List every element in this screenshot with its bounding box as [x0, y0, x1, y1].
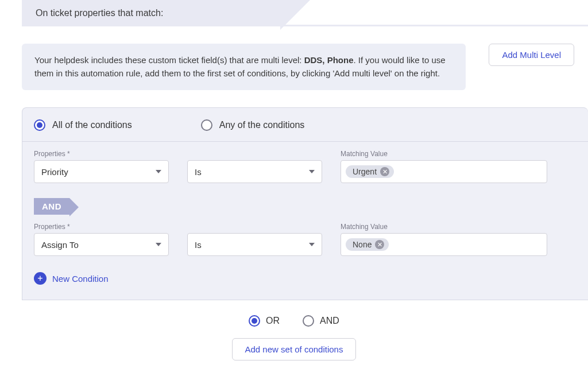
radio-icon	[249, 315, 260, 327]
property-select[interactable]: Assign To	[34, 233, 169, 256]
properties-label: Properties *	[34, 150, 169, 158]
radio-icon	[201, 119, 212, 131]
chevron-down-icon	[309, 243, 315, 246]
add-multi-level-button[interactable]: Add Multi Level	[489, 44, 574, 66]
operator-select[interactable]: Is	[187, 160, 322, 183]
matching-value-label: Matching Value	[341, 223, 547, 231]
value-chip: None ✕	[346, 238, 389, 251]
property-select[interactable]: Priority	[34, 160, 169, 183]
condition-row: Properties * Assign To Is Matching Value…	[34, 215, 577, 256]
multi-level-info: Your helpdesk includes these custom tick…	[22, 44, 466, 90]
remove-chip-icon[interactable]: ✕	[375, 240, 384, 249]
set-logic-or[interactable]: OR	[249, 315, 280, 327]
set-logic-radios: OR AND	[0, 315, 588, 327]
remove-chip-icon[interactable]: ✕	[380, 167, 389, 176]
value-chip: Urgent ✕	[346, 165, 394, 178]
matching-value-input[interactable]: None ✕	[341, 233, 547, 256]
match-any-option[interactable]: Any of the conditions	[201, 119, 305, 131]
plus-icon: +	[34, 272, 47, 285]
set-logic-and[interactable]: AND	[303, 315, 339, 327]
properties-label: Properties *	[34, 223, 169, 231]
operator-select[interactable]: Is	[187, 233, 322, 256]
chevron-down-icon	[156, 170, 161, 173]
add-set-button[interactable]: Add new set of conditions	[232, 338, 357, 360]
radio-icon	[303, 315, 314, 327]
chevron-down-icon	[309, 170, 315, 173]
matching-value-label: Matching Value	[341, 150, 547, 158]
chevron-down-icon	[156, 243, 161, 246]
section-header: On ticket properties that match:	[22, 0, 280, 26]
section-header-title: On ticket properties that match:	[36, 8, 163, 18]
radio-icon	[34, 119, 45, 131]
match-mode-radios: All of the conditions Any of the conditi…	[34, 118, 577, 141]
new-condition-button[interactable]: + New Condition	[34, 272, 109, 285]
match-all-option[interactable]: All of the conditions	[34, 119, 132, 131]
matching-value-input[interactable]: Urgent ✕	[341, 160, 547, 183]
conditions-container: All of the conditions Any of the conditi…	[22, 107, 588, 300]
row-logic-badge: AND	[34, 198, 69, 215]
condition-row: Properties * Priority Is Matching Value …	[34, 142, 577, 183]
